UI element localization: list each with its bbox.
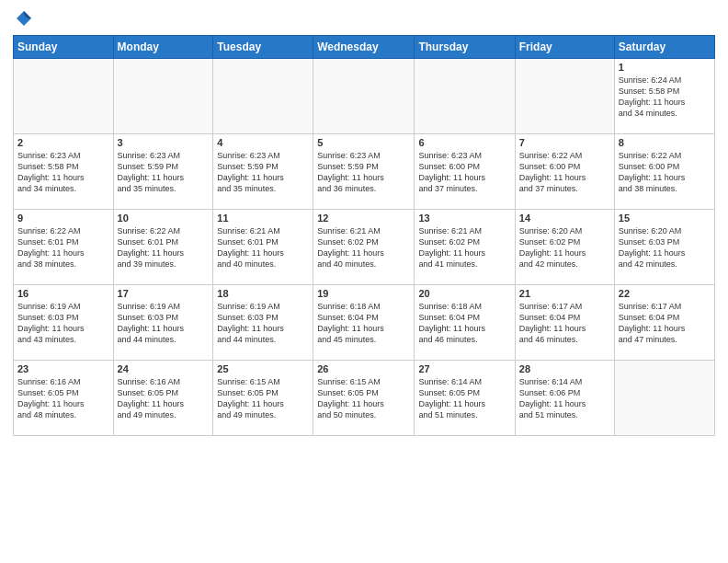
day-number: 2 — [17, 137, 109, 148]
calendar-week-1: 1Sunrise: 6:24 AM Sunset: 5:58 PM Daylig… — [14, 59, 715, 134]
weekday-header-thursday: Thursday — [415, 36, 515, 59]
day-number: 6 — [418, 137, 510, 148]
day-info: Sunrise: 6:23 AM Sunset: 5:59 PM Dayligh… — [118, 150, 210, 195]
weekday-header-monday: Monday — [113, 36, 213, 59]
day-info: Sunrise: 6:19 AM Sunset: 6:03 PM Dayligh… — [118, 301, 210, 346]
day-number: 12 — [317, 213, 410, 224]
day-info: Sunrise: 6:17 AM Sunset: 6:04 PM Dayligh… — [519, 301, 610, 346]
calendar-cell: 14Sunrise: 6:20 AM Sunset: 6:02 PM Dayli… — [515, 210, 614, 285]
day-number: 10 — [118, 213, 210, 224]
day-number: 16 — [17, 288, 109, 299]
calendar-cell: 26Sunrise: 6:15 AM Sunset: 6:05 PM Dayli… — [313, 361, 415, 436]
day-number: 15 — [619, 213, 711, 224]
day-info: Sunrise: 6:20 AM Sunset: 6:02 PM Dayligh… — [519, 225, 610, 270]
day-info: Sunrise: 6:23 AM Sunset: 5:58 PM Dayligh… — [17, 150, 109, 195]
day-number: 9 — [17, 213, 109, 224]
weekday-header-saturday: Saturday — [614, 36, 714, 59]
day-number: 8 — [619, 137, 711, 148]
calendar-cell: 8Sunrise: 6:22 AM Sunset: 6:00 PM Daylig… — [614, 134, 714, 210]
calendar-week-3: 9Sunrise: 6:22 AM Sunset: 6:01 PM Daylig… — [14, 210, 715, 285]
calendar-cell: 21Sunrise: 6:17 AM Sunset: 6:04 PM Dayli… — [515, 285, 614, 361]
day-info: Sunrise: 6:16 AM Sunset: 6:05 PM Dayligh… — [17, 376, 109, 421]
calendar-week-4: 16Sunrise: 6:19 AM Sunset: 6:03 PM Dayli… — [14, 285, 715, 361]
header — [13, 9, 715, 28]
calendar-cell: 16Sunrise: 6:19 AM Sunset: 6:03 PM Dayli… — [14, 285, 114, 361]
day-number: 20 — [418, 288, 510, 299]
calendar-cell: 25Sunrise: 6:15 AM Sunset: 6:05 PM Dayli… — [213, 361, 313, 436]
calendar-cell: 13Sunrise: 6:21 AM Sunset: 6:02 PM Dayli… — [415, 210, 515, 285]
day-info: Sunrise: 6:22 AM Sunset: 6:00 PM Dayligh… — [519, 150, 610, 195]
day-info: Sunrise: 6:21 AM Sunset: 6:02 PM Dayligh… — [317, 225, 410, 270]
calendar-cell: 10Sunrise: 6:22 AM Sunset: 6:01 PM Dayli… — [113, 210, 213, 285]
calendar-cell — [415, 59, 515, 134]
day-info: Sunrise: 6:19 AM Sunset: 6:03 PM Dayligh… — [217, 301, 309, 346]
calendar-cell — [614, 361, 714, 436]
calendar-header-row: SundayMondayTuesdayWednesdayThursdayFrid… — [14, 36, 715, 59]
calendar-cell: 15Sunrise: 6:20 AM Sunset: 6:03 PM Dayli… — [614, 210, 714, 285]
calendar-week-5: 23Sunrise: 6:16 AM Sunset: 6:05 PM Dayli… — [14, 361, 715, 436]
day-number: 3 — [118, 137, 210, 148]
day-info: Sunrise: 6:23 AM Sunset: 5:59 PM Dayligh… — [217, 150, 309, 195]
calendar-cell: 12Sunrise: 6:21 AM Sunset: 6:02 PM Dayli… — [313, 210, 415, 285]
calendar-cell: 4Sunrise: 6:23 AM Sunset: 5:59 PM Daylig… — [213, 134, 313, 210]
day-number: 22 — [619, 288, 711, 299]
calendar-cell: 7Sunrise: 6:22 AM Sunset: 6:00 PM Daylig… — [515, 134, 614, 210]
day-info: Sunrise: 6:15 AM Sunset: 6:05 PM Dayligh… — [217, 376, 309, 421]
calendar-cell: 18Sunrise: 6:19 AM Sunset: 6:03 PM Dayli… — [213, 285, 313, 361]
calendar-cell — [313, 59, 415, 134]
calendar-cell: 11Sunrise: 6:21 AM Sunset: 6:01 PM Dayli… — [213, 210, 313, 285]
calendar-cell: 22Sunrise: 6:17 AM Sunset: 6:04 PM Dayli… — [614, 285, 714, 361]
calendar-cell: 17Sunrise: 6:19 AM Sunset: 6:03 PM Dayli… — [113, 285, 213, 361]
day-info: Sunrise: 6:21 AM Sunset: 6:01 PM Dayligh… — [217, 225, 309, 270]
calendar-cell: 27Sunrise: 6:14 AM Sunset: 6:05 PM Dayli… — [415, 361, 515, 436]
calendar-cell: 3Sunrise: 6:23 AM Sunset: 5:59 PM Daylig… — [113, 134, 213, 210]
calendar-cell: 1Sunrise: 6:24 AM Sunset: 5:58 PM Daylig… — [614, 59, 714, 134]
calendar-cell — [113, 59, 213, 134]
day-number: 24 — [118, 363, 210, 374]
calendar-cell: 23Sunrise: 6:16 AM Sunset: 6:05 PM Dayli… — [14, 361, 114, 436]
day-info: Sunrise: 6:19 AM Sunset: 6:03 PM Dayligh… — [17, 301, 109, 346]
logo — [13, 9, 33, 28]
calendar-cell: 6Sunrise: 6:23 AM Sunset: 6:00 PM Daylig… — [415, 134, 515, 210]
day-info: Sunrise: 6:22 AM Sunset: 6:00 PM Dayligh… — [619, 150, 711, 195]
day-info: Sunrise: 6:18 AM Sunset: 6:04 PM Dayligh… — [418, 301, 510, 346]
day-info: Sunrise: 6:20 AM Sunset: 6:03 PM Dayligh… — [619, 225, 711, 270]
day-info: Sunrise: 6:14 AM Sunset: 6:05 PM Dayligh… — [418, 376, 510, 421]
day-info: Sunrise: 6:23 AM Sunset: 6:00 PM Dayligh… — [418, 150, 510, 195]
day-number: 21 — [519, 288, 610, 299]
day-number: 13 — [418, 213, 510, 224]
calendar-cell: 24Sunrise: 6:16 AM Sunset: 6:05 PM Dayli… — [113, 361, 213, 436]
calendar-cell: 19Sunrise: 6:18 AM Sunset: 6:04 PM Dayli… — [313, 285, 415, 361]
calendar-cell: 2Sunrise: 6:23 AM Sunset: 5:58 PM Daylig… — [14, 134, 114, 210]
calendar-cell: 28Sunrise: 6:14 AM Sunset: 6:06 PM Dayli… — [515, 361, 614, 436]
weekday-header-wednesday: Wednesday — [313, 36, 415, 59]
day-number: 28 — [519, 363, 610, 374]
calendar-cell: 20Sunrise: 6:18 AM Sunset: 6:04 PM Dayli… — [415, 285, 515, 361]
page: SundayMondayTuesdayWednesdayThursdayFrid… — [0, 0, 728, 563]
day-info: Sunrise: 6:21 AM Sunset: 6:02 PM Dayligh… — [418, 225, 510, 270]
calendar-cell: 9Sunrise: 6:22 AM Sunset: 6:01 PM Daylig… — [14, 210, 114, 285]
day-info: Sunrise: 6:17 AM Sunset: 6:04 PM Dayligh… — [619, 301, 711, 346]
weekday-header-sunday: Sunday — [14, 36, 114, 59]
weekday-header-tuesday: Tuesday — [213, 36, 313, 59]
day-number: 1 — [619, 62, 711, 73]
day-number: 5 — [317, 137, 410, 148]
logo-icon — [15, 9, 33, 28]
day-number: 25 — [217, 363, 309, 374]
day-number: 26 — [317, 363, 410, 374]
calendar-cell — [213, 59, 313, 134]
calendar-cell — [14, 59, 114, 134]
day-number: 17 — [118, 288, 210, 299]
day-number: 7 — [519, 137, 610, 148]
calendar-cell — [515, 59, 614, 134]
day-number: 23 — [17, 363, 109, 374]
day-info: Sunrise: 6:22 AM Sunset: 6:01 PM Dayligh… — [17, 225, 109, 270]
day-number: 19 — [317, 288, 410, 299]
day-number: 4 — [217, 137, 309, 148]
day-number: 27 — [418, 363, 510, 374]
calendar-week-2: 2Sunrise: 6:23 AM Sunset: 5:58 PM Daylig… — [14, 134, 715, 210]
day-number: 14 — [519, 213, 610, 224]
day-info: Sunrise: 6:15 AM Sunset: 6:05 PM Dayligh… — [317, 376, 410, 421]
day-info: Sunrise: 6:18 AM Sunset: 6:04 PM Dayligh… — [317, 301, 410, 346]
day-info: Sunrise: 6:14 AM Sunset: 6:06 PM Dayligh… — [519, 376, 610, 421]
